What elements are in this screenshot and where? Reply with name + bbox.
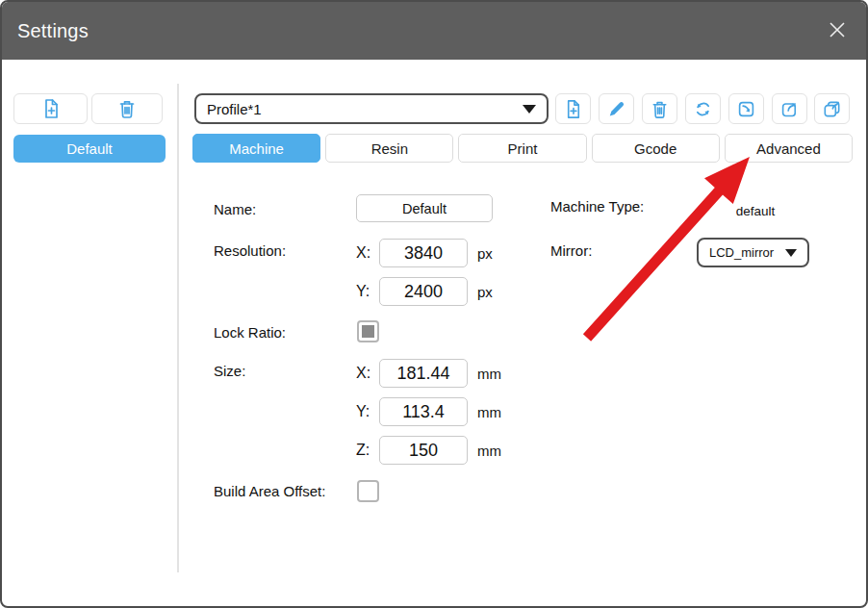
tab-advanced[interactable]: Advanced [725, 134, 853, 163]
export-profile-icon [779, 98, 801, 120]
profile-select-value: Profile*1 [207, 101, 262, 117]
export-all-profiles-icon [821, 98, 843, 120]
name-label: Name: [214, 201, 256, 217]
resolution-y-row: Y: 2400 px [356, 277, 493, 306]
size-z-label: Z: [356, 442, 375, 459]
rename-profile-icon [605, 98, 627, 120]
machine-type-label: Machine Type: [550, 198, 644, 215]
rename-profile-button[interactable] [599, 93, 634, 124]
new-profile-icon [39, 97, 63, 120]
resolution-y-input[interactable]: 2400 [379, 277, 468, 306]
mirror-select-value: LCD_mirror [709, 245, 774, 260]
resolution-x-label: X: [356, 244, 375, 262]
build-area-offset-checkbox[interactable] [357, 480, 379, 502]
name-input[interactable]: Default [356, 194, 493, 222]
size-y-label: Y: [356, 403, 375, 420]
new-profile-icon [562, 98, 584, 120]
lock-ratio-label: Lock Ratio: [214, 324, 286, 341]
import-profile-button[interactable] [728, 93, 764, 124]
checkbox-fill [362, 325, 374, 338]
resolution-x-row: X: 3840 px [356, 239, 493, 267]
reset-profile-icon [692, 98, 714, 120]
dropdown-caret-icon [785, 249, 797, 257]
window-title: Settings [17, 20, 89, 42]
machine-type-value: default [722, 204, 789, 218]
resolution-y-unit: px [477, 284, 493, 300]
profile-select[interactable]: Profile*1 [194, 93, 549, 124]
new-profile-button[interactable] [555, 93, 591, 124]
reset-profile-button[interactable] [685, 93, 721, 124]
sidebar-add-profile-button[interactable] [13, 93, 88, 124]
size-y-row: Y: 113.4 mm [356, 397, 501, 426]
delete-profile-icon [115, 97, 139, 120]
vertical-divider [177, 84, 179, 572]
size-x-unit: mm [477, 366, 501, 382]
tab-print[interactable]: Print [458, 134, 586, 163]
resolution-y-label: Y: [356, 283, 375, 300]
close-icon [827, 19, 848, 43]
build-area-offset-label: Build Area Offset: [214, 483, 325, 499]
resolution-label: Resolution: [214, 242, 286, 259]
mirror-select[interactable]: LCD_mirror [697, 238, 809, 267]
size-y-input[interactable]: 113.4 [379, 397, 468, 426]
mirror-label: Mirror: [550, 242, 592, 259]
resolution-x-input[interactable]: 3840 [379, 239, 468, 267]
export-profile-button[interactable] [772, 93, 807, 124]
delete-profile-icon [649, 98, 671, 120]
tab-machine[interactable]: Machine [192, 134, 320, 163]
size-z-unit: mm [477, 443, 501, 459]
tab-resin[interactable]: Resin [325, 134, 453, 163]
export-all-profiles-button[interactable] [814, 93, 850, 124]
tab-gcode[interactable]: Gcode [592, 134, 720, 163]
size-x-label: X: [356, 365, 375, 382]
lock-ratio-checkbox[interactable] [357, 320, 379, 342]
sidebar-item-default-profile[interactable]: Default [13, 135, 166, 163]
size-z-input[interactable]: 150 [379, 436, 468, 465]
sidebar-delete-profile-button[interactable] [91, 93, 163, 124]
dropdown-caret-icon [523, 105, 536, 114]
settings-window: Settings Default Profile*1 [0, 0, 868, 608]
titlebar: Settings [2, 2, 866, 60]
size-z-row: Z: 150 mm [356, 436, 501, 465]
size-y-unit: mm [477, 404, 501, 420]
resolution-x-unit: px [477, 245, 493, 262]
import-profile-icon [735, 98, 757, 120]
close-button[interactable] [822, 15, 853, 46]
delete-profile-button[interactable] [642, 93, 677, 124]
size-x-input[interactable]: 181.44 [379, 359, 468, 388]
size-x-row: X: 181.44 mm [356, 359, 501, 388]
settings-tab-bar: Machine Resin Print Gcode Advanced [192, 134, 853, 163]
size-label: Size: [214, 363, 245, 379]
